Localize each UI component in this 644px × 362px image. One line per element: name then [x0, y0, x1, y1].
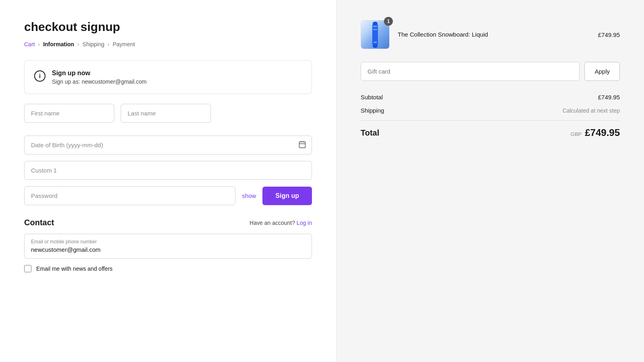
svg-rect-7 — [374, 42, 377, 43]
info-icon: i — [34, 70, 45, 82]
email-input[interactable] — [31, 246, 305, 253]
separator-1: › — [38, 41, 40, 47]
shipping-value: Calculated at next step — [563, 107, 620, 114]
svg-point-8 — [373, 22, 378, 25]
signup-banner: i Sign up now Sign up as: newcustomer@gm… — [24, 60, 312, 94]
quantity-badge: 1 — [384, 17, 393, 26]
product-price: £749.95 — [598, 31, 620, 38]
subtotal-label: Subtotal — [361, 94, 383, 101]
have-account: Have an account? Log in — [250, 220, 312, 226]
total-amount: £749.95 — [585, 127, 620, 138]
product-info: The Collection Snowboard: Liquid — [398, 31, 590, 38]
subtotal-value: £749.95 — [598, 94, 620, 101]
svg-rect-5 — [373, 26, 377, 27]
total-value-wrap: GBP £749.95 — [571, 127, 620, 138]
password-input[interactable] — [24, 186, 235, 205]
total-row: Total GBP £749.95 — [361, 120, 620, 138]
page-title: checkout signup — [24, 20, 312, 34]
shipping-label: Shipping — [361, 107, 384, 114]
breadcrumb-cart[interactable]: Cart — [24, 41, 35, 47]
breadcrumb-payment: Payment — [113, 41, 135, 47]
total-currency: GBP — [571, 131, 582, 137]
last-name-wrap — [121, 104, 211, 123]
gift-card-row: Apply — [361, 62, 620, 81]
signup-text: Sign up now Sign up as: newcustomer@gmai… — [52, 70, 147, 85]
newsletter-checkbox[interactable] — [24, 265, 31, 272]
custom1-wrap — [24, 161, 312, 180]
show-password-link[interactable]: show — [240, 192, 258, 199]
apply-button[interactable]: Apply — [584, 62, 620, 81]
name-row — [24, 104, 312, 129]
product-item: 1 The Collection Snowboard: Liquid £749.… — [361, 20, 620, 49]
svg-rect-6 — [373, 29, 377, 30]
left-panel: checkout signup Cart › Information › Shi… — [0, 0, 336, 362]
breadcrumb-shipping: Shipping — [83, 41, 105, 47]
dob-input[interactable] — [24, 136, 312, 154]
contact-title: Contact — [24, 218, 54, 227]
breadcrumb-information: Information — [43, 41, 74, 47]
password-row: show Sign up — [24, 186, 312, 205]
svg-point-9 — [373, 45, 378, 48]
signup-button[interactable]: Sign up — [262, 187, 312, 205]
dob-wrap — [24, 136, 312, 154]
last-name-input[interactable] — [121, 104, 211, 123]
signup-title: Sign up now — [52, 70, 147, 77]
have-account-text: Have an account? — [250, 220, 295, 226]
email-label: Email or mobile phone number — [31, 239, 305, 245]
separator-3: › — [107, 41, 109, 47]
breadcrumb: Cart › Information › Shipping › Payment — [24, 41, 312, 47]
custom1-input[interactable] — [24, 161, 312, 180]
gift-card-input[interactable] — [361, 62, 580, 81]
first-name-input[interactable] — [24, 104, 114, 123]
product-image-wrap: 1 — [361, 20, 390, 49]
newsletter-row: Email me with news and offers — [24, 265, 312, 272]
shipping-row: Shipping Calculated at next step — [361, 107, 620, 114]
password-wrap — [24, 186, 235, 205]
contact-header: Contact Have an account? Log in — [24, 218, 312, 227]
newsletter-label: Email me with news and offers — [36, 265, 113, 272]
login-link[interactable]: Log in — [297, 220, 312, 226]
subtotal-row: Subtotal £749.95 — [361, 94, 620, 101]
product-name: The Collection Snowboard: Liquid — [398, 31, 488, 38]
signup-subtitle: Sign up as: newcustomer@gmail.com — [52, 78, 147, 85]
first-name-wrap — [24, 104, 114, 123]
total-label: Total — [361, 128, 379, 138]
separator-2: › — [77, 41, 79, 47]
contact-field-wrap: Email or mobile phone number — [24, 234, 312, 259]
right-panel: 1 The Collection Snowboard: Liquid £749.… — [336, 0, 644, 362]
